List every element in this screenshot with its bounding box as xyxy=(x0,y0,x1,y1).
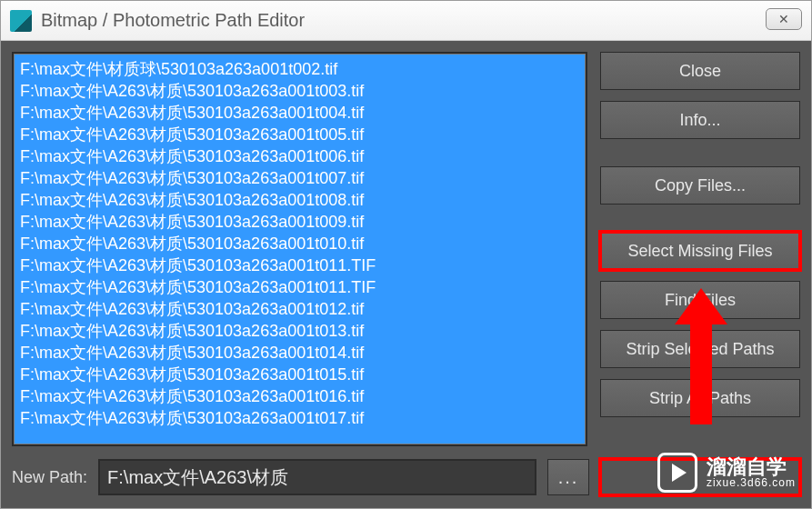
path-list-item[interactable]: F:\max文件\A263\材质\530103a263a001t006.tif xyxy=(16,145,583,167)
path-list-item[interactable]: F:\max文件\A263\材质\530103a263a001t011.TIF xyxy=(16,276,583,298)
path-list-item[interactable]: F:\max文件\A263\材质\530103a263a001t013.tif xyxy=(16,320,583,342)
path-list-item[interactable]: F:\max文件\A263\材质\530103a263a001t012.tif xyxy=(16,298,583,320)
set-path-button[interactable] xyxy=(600,459,800,495)
close-button[interactable]: Close xyxy=(600,52,800,90)
strip-selected-paths-button[interactable]: Strip Selected Paths xyxy=(600,330,800,368)
new-path-row: New Path: F:\max文件\A263\材质 ... xyxy=(12,457,800,497)
info-button[interactable]: Info... xyxy=(600,101,800,139)
upper-area: F:\max文件\材质球\530103a263a001t002.tifF:\ma… xyxy=(12,52,800,446)
new-path-value: F:\max文件\A263\材质 xyxy=(107,465,288,490)
path-list-item[interactable]: F:\max文件\A263\材质\530103a263a001t004.tif xyxy=(16,102,583,124)
path-list-item[interactable]: F:\max文件\A263\材质\530103a263a001t005.tif xyxy=(16,124,583,145)
path-list-item[interactable]: F:\max文件\A263\材质\530103a263a001t007.tif xyxy=(16,167,583,189)
path-listbox[interactable]: F:\max文件\材质球\530103a263a001t002.tifF:\ma… xyxy=(14,54,586,444)
window-title: Bitmap / Photometric Path Editor xyxy=(41,10,305,31)
path-list-frame: F:\max文件\材质球\530103a263a001t002.tifF:\ma… xyxy=(12,52,587,446)
button-sidebar: Close Info... Copy Files... Select Missi… xyxy=(600,52,800,446)
titlebar: Bitmap / Photometric Path Editor ✕ xyxy=(1,1,811,41)
close-icon[interactable]: ✕ xyxy=(766,8,802,30)
path-list-item[interactable]: F:\max文件\A263\材质\530103a263a001t003.tif xyxy=(16,80,583,102)
dialog-window: Bitmap / Photometric Path Editor ✕ F:\ma… xyxy=(0,0,812,509)
app-icon xyxy=(10,10,32,32)
new-path-input[interactable]: F:\max文件\A263\材质 xyxy=(98,459,536,495)
path-list-item[interactable]: F:\max文件\A263\材质\530103a263a001t015.tif xyxy=(16,364,583,385)
copy-files-button[interactable]: Copy Files... xyxy=(600,166,800,205)
path-list-item[interactable]: F:\max文件\A263\材质\530103a263a001t016.tif xyxy=(16,385,583,407)
client-area: F:\max文件\材质球\530103a263a001t002.tifF:\ma… xyxy=(1,41,811,508)
path-list-item[interactable]: F:\max文件\A263\材质\530103a263a001t008.tif xyxy=(16,189,583,211)
select-missing-files-button[interactable]: Select Missing Files xyxy=(600,232,800,270)
path-list-item[interactable]: F:\max文件\A263\材质\530103a263a001t009.tif xyxy=(16,211,583,233)
path-list-item[interactable]: F:\max文件\材质球\530103a263a001t002.tif xyxy=(16,58,583,80)
path-list-item[interactable]: F:\max文件\A263\材质\530103a263a001t017.tif xyxy=(16,407,583,429)
browse-button[interactable]: ... xyxy=(547,459,589,495)
path-list-item[interactable]: F:\max文件\A263\材质\530103a263a001t014.tif xyxy=(16,342,583,364)
path-list-item[interactable]: F:\max文件\A263\材质\530103a263a001t011.TIF xyxy=(16,254,583,276)
find-files-button[interactable]: Find Files xyxy=(600,281,800,319)
strip-all-paths-button[interactable]: Strip All Paths xyxy=(600,379,800,417)
path-list-item[interactable]: F:\max文件\A263\材质\530103a263a001t010.tif xyxy=(16,233,583,254)
new-path-label: New Path: xyxy=(12,468,87,487)
